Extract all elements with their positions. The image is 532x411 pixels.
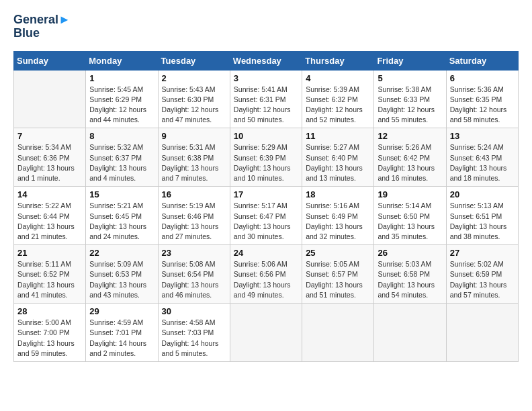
day-info: Sunrise: 5:16 AM Sunset: 6:49 PM Dayligh… bbox=[306, 201, 370, 242]
calendar-cell: 6Sunrise: 5:36 AM Sunset: 6:35 PM Daylig… bbox=[446, 70, 518, 128]
day-number: 21 bbox=[17, 248, 82, 258]
day-number: 14 bbox=[17, 189, 82, 199]
calendar-cell: 16Sunrise: 5:19 AM Sunset: 6:46 PM Dayli… bbox=[158, 187, 230, 245]
day-info: Sunrise: 5:45 AM Sunset: 6:29 PM Dayligh… bbox=[89, 85, 154, 126]
day-info: Sunrise: 5:08 AM Sunset: 6:54 PM Dayligh… bbox=[162, 259, 226, 300]
day-info: Sunrise: 5:05 AM Sunset: 6:57 PM Dayligh… bbox=[306, 259, 370, 300]
day-number: 1 bbox=[89, 73, 154, 83]
calendar-cell: 12Sunrise: 5:26 AM Sunset: 6:42 PM Dayli… bbox=[374, 128, 446, 187]
day-number: 7 bbox=[17, 131, 82, 141]
day-info: Sunrise: 5:22 AM Sunset: 6:44 PM Dayligh… bbox=[17, 201, 82, 242]
day-of-week-saturday: Saturday bbox=[446, 51, 518, 70]
day-info: Sunrise: 5:00 AM Sunset: 7:00 PM Dayligh… bbox=[17, 318, 82, 359]
calendar-cell: 3Sunrise: 5:41 AM Sunset: 6:31 PM Daylig… bbox=[230, 70, 302, 128]
calendar-cell bbox=[374, 304, 446, 362]
day-number: 25 bbox=[306, 248, 370, 258]
day-info: Sunrise: 5:24 AM Sunset: 6:43 PM Dayligh… bbox=[450, 142, 515, 183]
day-of-week-friday: Friday bbox=[374, 51, 446, 70]
day-info: Sunrise: 5:13 AM Sunset: 6:51 PM Dayligh… bbox=[450, 201, 515, 242]
week-row-1: 1Sunrise: 5:45 AM Sunset: 6:29 PM Daylig… bbox=[14, 70, 519, 128]
day-number: 20 bbox=[450, 189, 515, 199]
day-number: 18 bbox=[306, 189, 370, 199]
week-row-5: 28Sunrise: 5:00 AM Sunset: 7:00 PM Dayli… bbox=[14, 304, 519, 362]
calendar-table: SundayMondayTuesdayWednesdayThursdayFrid… bbox=[13, 51, 519, 362]
day-number: 26 bbox=[378, 248, 442, 258]
calendar-cell: 11Sunrise: 5:27 AM Sunset: 6:40 PM Dayli… bbox=[302, 128, 374, 187]
calendar-cell: 28Sunrise: 5:00 AM Sunset: 7:00 PM Dayli… bbox=[14, 304, 86, 362]
day-number: 27 bbox=[450, 248, 515, 258]
day-info: Sunrise: 5:39 AM Sunset: 6:32 PM Dayligh… bbox=[306, 85, 370, 126]
day-number: 22 bbox=[89, 248, 154, 258]
day-info: Sunrise: 5:27 AM Sunset: 6:40 PM Dayligh… bbox=[306, 142, 370, 183]
calendar-cell: 21Sunrise: 5:11 AM Sunset: 6:52 PM Dayli… bbox=[14, 245, 86, 304]
week-row-2: 7Sunrise: 5:34 AM Sunset: 6:36 PM Daylig… bbox=[14, 128, 519, 187]
day-number: 12 bbox=[378, 131, 442, 141]
day-number: 17 bbox=[234, 189, 298, 199]
week-row-3: 14Sunrise: 5:22 AM Sunset: 6:44 PM Dayli… bbox=[14, 187, 519, 245]
day-info: Sunrise: 5:14 AM Sunset: 6:50 PM Dayligh… bbox=[378, 201, 442, 242]
day-number: 30 bbox=[162, 306, 226, 316]
day-info: Sunrise: 5:03 AM Sunset: 6:58 PM Dayligh… bbox=[378, 259, 442, 300]
calendar-cell bbox=[446, 304, 518, 362]
calendar-cell: 10Sunrise: 5:29 AM Sunset: 6:39 PM Dayli… bbox=[230, 128, 302, 187]
calendar-cell: 23Sunrise: 5:08 AM Sunset: 6:54 PM Dayli… bbox=[158, 245, 230, 304]
calendar-cell: 14Sunrise: 5:22 AM Sunset: 6:44 PM Dayli… bbox=[14, 187, 86, 245]
calendar-cell: 18Sunrise: 5:16 AM Sunset: 6:49 PM Dayli… bbox=[302, 187, 374, 245]
calendar-cell: 30Sunrise: 4:58 AM Sunset: 7:03 PM Dayli… bbox=[158, 304, 230, 362]
day-number: 15 bbox=[89, 189, 154, 199]
calendar-cell: 20Sunrise: 5:13 AM Sunset: 6:51 PM Dayli… bbox=[446, 187, 518, 245]
day-number: 13 bbox=[450, 131, 515, 141]
day-number: 8 bbox=[89, 131, 154, 141]
calendar-cell: 25Sunrise: 5:05 AM Sunset: 6:57 PM Dayli… bbox=[302, 245, 374, 304]
day-number: 11 bbox=[306, 131, 370, 141]
day-of-week-sunday: Sunday bbox=[14, 51, 86, 70]
day-info: Sunrise: 5:41 AM Sunset: 6:31 PM Dayligh… bbox=[234, 85, 298, 126]
calendar-cell bbox=[14, 70, 86, 128]
day-of-week-thursday: Thursday bbox=[302, 51, 374, 70]
calendar-cell: 7Sunrise: 5:34 AM Sunset: 6:36 PM Daylig… bbox=[14, 128, 86, 187]
day-of-week-monday: Monday bbox=[86, 51, 158, 70]
calendar-cell: 17Sunrise: 5:17 AM Sunset: 6:47 PM Dayli… bbox=[230, 187, 302, 245]
week-row-4: 21Sunrise: 5:11 AM Sunset: 6:52 PM Dayli… bbox=[14, 245, 519, 304]
day-number: 2 bbox=[162, 73, 226, 83]
day-number: 28 bbox=[17, 306, 82, 316]
logo: General► Blue bbox=[13, 13, 71, 40]
day-of-week-wednesday: Wednesday bbox=[230, 51, 302, 70]
day-number: 3 bbox=[234, 73, 298, 83]
day-info: Sunrise: 5:19 AM Sunset: 6:46 PM Dayligh… bbox=[162, 201, 226, 242]
day-number: 23 bbox=[162, 248, 226, 258]
day-number: 5 bbox=[378, 73, 442, 83]
day-info: Sunrise: 5:29 AM Sunset: 6:39 PM Dayligh… bbox=[234, 142, 298, 183]
day-info: Sunrise: 5:26 AM Sunset: 6:42 PM Dayligh… bbox=[378, 142, 442, 183]
day-info: Sunrise: 5:34 AM Sunset: 6:36 PM Dayligh… bbox=[17, 142, 82, 183]
day-number: 10 bbox=[234, 131, 298, 141]
day-info: Sunrise: 5:06 AM Sunset: 6:56 PM Dayligh… bbox=[234, 259, 298, 300]
day-number: 9 bbox=[162, 131, 226, 141]
calendar-cell bbox=[230, 304, 302, 362]
day-info: Sunrise: 5:21 AM Sunset: 6:45 PM Dayligh… bbox=[89, 201, 154, 242]
day-info: Sunrise: 5:09 AM Sunset: 6:53 PM Dayligh… bbox=[89, 259, 154, 300]
calendar-cell: 9Sunrise: 5:31 AM Sunset: 6:38 PM Daylig… bbox=[158, 128, 230, 187]
calendar-cell: 1Sunrise: 5:45 AM Sunset: 6:29 PM Daylig… bbox=[86, 70, 158, 128]
day-info: Sunrise: 5:11 AM Sunset: 6:52 PM Dayligh… bbox=[17, 259, 82, 300]
day-info: Sunrise: 5:32 AM Sunset: 6:37 PM Dayligh… bbox=[89, 142, 154, 183]
calendar-cell: 26Sunrise: 5:03 AM Sunset: 6:58 PM Dayli… bbox=[374, 245, 446, 304]
calendar-cell: 2Sunrise: 5:43 AM Sunset: 6:30 PM Daylig… bbox=[158, 70, 230, 128]
day-info: Sunrise: 5:02 AM Sunset: 6:59 PM Dayligh… bbox=[450, 259, 515, 300]
day-number: 29 bbox=[89, 306, 154, 316]
calendar-cell: 19Sunrise: 5:14 AM Sunset: 6:50 PM Dayli… bbox=[374, 187, 446, 245]
day-info: Sunrise: 5:38 AM Sunset: 6:33 PM Dayligh… bbox=[378, 85, 442, 126]
calendar-cell bbox=[302, 304, 374, 362]
logo-text: General► Blue bbox=[13, 13, 71, 40]
day-number: 19 bbox=[378, 189, 442, 199]
calendar-cell: 15Sunrise: 5:21 AM Sunset: 6:45 PM Dayli… bbox=[86, 187, 158, 245]
calendar-cell: 24Sunrise: 5:06 AM Sunset: 6:56 PM Dayli… bbox=[230, 245, 302, 304]
calendar-cell: 29Sunrise: 4:59 AM Sunset: 7:01 PM Dayli… bbox=[86, 304, 158, 362]
calendar-header: SundayMondayTuesdayWednesdayThursdayFrid… bbox=[14, 51, 519, 70]
page-header: General► Blue bbox=[13, 13, 519, 40]
day-number: 16 bbox=[162, 189, 226, 199]
day-info: Sunrise: 4:58 AM Sunset: 7:03 PM Dayligh… bbox=[162, 318, 226, 359]
calendar-cell: 4Sunrise: 5:39 AM Sunset: 6:32 PM Daylig… bbox=[302, 70, 374, 128]
calendar-cell: 27Sunrise: 5:02 AM Sunset: 6:59 PM Dayli… bbox=[446, 245, 518, 304]
day-info: Sunrise: 5:36 AM Sunset: 6:35 PM Dayligh… bbox=[450, 85, 515, 126]
